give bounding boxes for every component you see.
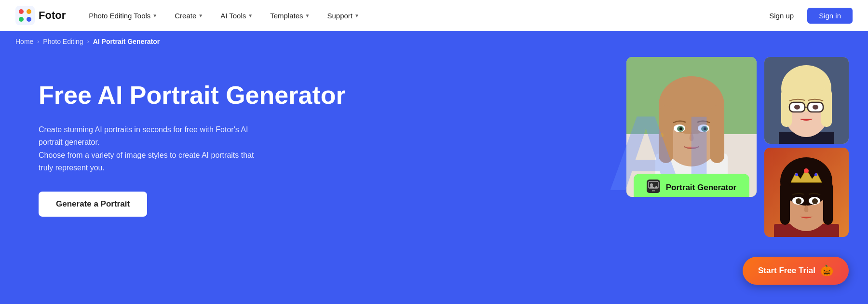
breadcrumb: Home › Photo Editing › AI Portrait Gener…: [0, 31, 868, 52]
nav-templates[interactable]: Templates ▼: [262, 8, 317, 24]
hero-images: T/ Portrait Generator: [626, 52, 849, 237]
badge-label: Portrait Generator: [666, 183, 736, 193]
page-title: Free AI Portrait Generator: [39, 81, 405, 110]
svg-point-45: [804, 168, 809, 173]
svg-point-17: [679, 127, 682, 130]
portrait-column-right: [764, 57, 849, 237]
signin-button[interactable]: Sign in: [807, 8, 853, 24]
svg-point-36: [794, 105, 800, 110]
portrait-column-left: T/ Portrait Generator: [626, 57, 757, 197]
start-trial-button[interactable]: Start Free Trial 🎃: [743, 257, 849, 285]
portrait-small-top: [764, 57, 849, 144]
fotor-logo: [15, 6, 35, 25]
svg-point-46: [795, 173, 798, 176]
hero-description: Create stunning AI portraits in seconds …: [39, 124, 280, 175]
hero-section: Free AI Portrait Generator Create stunni…: [0, 52, 868, 304]
svg-point-3: [19, 17, 24, 22]
chevron-down-icon: ▼: [198, 13, 203, 18]
trial-emoji-icon: 🎃: [820, 264, 833, 277]
chevron-down-icon: ▼: [152, 13, 157, 18]
breadcrumb-home[interactable]: Home: [15, 38, 33, 45]
svg-point-37: [813, 105, 818, 110]
chevron-down-icon: ▼: [305, 13, 310, 18]
breadcrumb-separator-2: ›: [87, 38, 89, 45]
breadcrumb-current: AI Portrait Generator: [93, 38, 160, 45]
svg-rect-43: [780, 181, 790, 225]
svg-text:T/: T/: [652, 190, 655, 193]
svg-point-51: [812, 198, 818, 204]
badge-icon: T/: [647, 180, 660, 196]
portrait-main-image: T/ Portrait Generator: [626, 57, 757, 197]
svg-point-2: [27, 9, 31, 14]
nav-auth: Sign up Sign in: [761, 8, 853, 24]
signup-button[interactable]: Sign up: [761, 8, 801, 24]
trial-label: Start Free Trial: [758, 266, 815, 276]
svg-point-18: [704, 127, 706, 130]
svg-point-1: [19, 9, 24, 14]
nav-support[interactable]: Support ▼: [319, 8, 366, 24]
svg-point-19: [660, 133, 664, 137]
svg-point-4: [27, 17, 31, 22]
svg-rect-12: [710, 105, 724, 163]
nav-photo-editing[interactable]: Photo Editing Tools ▼: [81, 8, 165, 24]
brand-name: Fotor: [39, 9, 66, 22]
nav-ai-tools[interactable]: AI Tools ▼: [213, 8, 260, 24]
chevron-down-icon: ▼: [354, 13, 359, 18]
logo[interactable]: Fotor: [15, 6, 66, 25]
chevron-down-icon: ▼: [248, 13, 253, 18]
nav-links: Photo Editing Tools ▼ Create ▼ AI Tools …: [81, 8, 758, 24]
nav-create[interactable]: Create ▼: [167, 8, 211, 24]
portrait-svg-bottom: [764, 148, 849, 237]
svg-point-50: [796, 198, 801, 204]
breadcrumb-photo-editing[interactable]: Photo Editing: [43, 38, 83, 45]
generate-portrait-button[interactable]: Generate a Portrait: [39, 192, 147, 217]
svg-point-47: [814, 173, 817, 176]
portrait-svg-top: [764, 57, 849, 144]
navbar: Fotor Photo Editing Tools ▼ Create ▼ AI …: [0, 0, 868, 31]
portrait-small-bottom: [764, 148, 849, 237]
hero-content: Free AI Portrait Generator Create stunni…: [39, 71, 405, 217]
portrait-generator-badge: T/ Portrait Generator: [634, 174, 749, 197]
svg-rect-0: [15, 6, 35, 25]
svg-rect-44: [823, 181, 833, 225]
breadcrumb-separator: ›: [37, 38, 39, 45]
